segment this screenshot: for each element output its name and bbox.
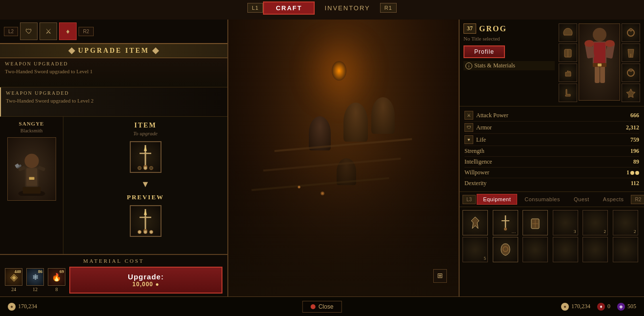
equip-trigger-r2[interactable]: R2: [631, 195, 644, 204]
tab-active-button[interactable]: ♦: [59, 22, 77, 40]
equip-slot-4[interactable]: 3: [553, 210, 578, 235]
preview-gem-1: [138, 230, 141, 234]
figure-3: [371, 97, 395, 134]
purple-currency-amount: 505: [627, 303, 636, 310]
helm-icon: [563, 27, 573, 38]
close-button[interactable]: Close: [302, 301, 342, 313]
inventory-tab-button[interactable]: INVENTORY: [315, 2, 380, 14]
left-gold-amount: 170,234: [18, 303, 37, 310]
trigger-r1-button[interactable]: R1: [380, 3, 397, 13]
tab-equipment[interactable]: Equipment: [477, 194, 517, 205]
equip-slot-5[interactable]: 2: [583, 210, 608, 235]
slot-item-icon-1: [468, 216, 482, 230]
equip-slot-11[interactable]: [583, 237, 608, 262]
svg-rect-26: [600, 66, 605, 83]
slot-count-4: 3: [574, 229, 576, 234]
material-icon-1: ◈ 440: [5, 268, 22, 286]
item-label: ITEM: [134, 122, 156, 129]
svg-rect-9: [29, 177, 34, 180]
preview-box: [130, 205, 161, 237]
equip-slot-10[interactable]: [553, 237, 578, 262]
equip-slot-7[interactable]: 5: [463, 237, 488, 262]
life-icon: ♥: [464, 135, 473, 144]
willpower-text: 1: [626, 169, 629, 176]
slot-item-icon-2: [499, 214, 512, 232]
slot-item-icon-8: [500, 243, 511, 256]
gloves-icon: [563, 67, 573, 78]
equip-slot-chest[interactable]: [559, 43, 577, 62]
equip-trigger-l3[interactable]: L3: [463, 195, 476, 204]
stat-value-intelligence: 89: [633, 158, 639, 166]
profile-button[interactable]: Profile: [463, 45, 505, 58]
left-equip-slots: [559, 23, 577, 102]
pants-icon: [626, 48, 636, 58]
stat-value-strength: 196: [630, 147, 639, 155]
equip-slot-helm[interactable]: [559, 23, 577, 42]
upgrade-header: UPGRADE ITEM: [0, 43, 227, 58]
tab-shield1-button[interactable]: 🛡: [20, 22, 38, 40]
map-button[interactable]: ⊞: [433, 269, 447, 283]
equip-slot-9[interactable]: [523, 237, 548, 262]
purple-currency: ◈ 505: [617, 303, 636, 311]
character-level: 37: [463, 23, 476, 34]
weapon-upgraded-section-1: WEAPON UPGRADED Two-Handed Sword upgrade…: [0, 58, 227, 87]
tab-sword-button[interactable]: ⚔: [40, 22, 57, 40]
blacksmith-figure: [12, 142, 51, 196]
svg-point-38: [504, 228, 507, 231]
equip-slot-ring1[interactable]: [622, 23, 640, 42]
craft-tab-button[interactable]: CRAFT: [263, 1, 315, 15]
equip-slot-ring2[interactable]: [622, 63, 640, 82]
svg-marker-13: [144, 145, 147, 151]
tab-consumables[interactable]: Consumables: [518, 194, 566, 205]
equip-slot-gloves[interactable]: [559, 63, 577, 82]
equip-slot-6[interactable]: 2: [613, 210, 638, 235]
equip-slot-1[interactable]: [463, 210, 488, 235]
craft-main-area: SANGYE Blacksmith: [0, 117, 227, 254]
stat-label-attack-power: ⚔ Attack Power: [464, 111, 508, 120]
material-owned-1: 24: [11, 287, 16, 292]
upgrade-title: UPGRADE ITEM: [78, 47, 149, 55]
trigger-l1-button[interactable]: L1: [247, 3, 263, 13]
game-background: ⊞: [228, 20, 459, 296]
equip-slot-boots[interactable]: [559, 84, 577, 102]
svg-marker-17: [144, 209, 147, 215]
weapon-upgraded-text-2: Two-Handed Sword upgraded to Level 2: [6, 97, 222, 105]
stat-row-dexterity: Dexterity 112: [464, 178, 639, 189]
stat-label-willpower: Willpower: [464, 169, 489, 176]
equip-slot-pants[interactable]: [622, 43, 640, 62]
gem-filled-1: [143, 166, 147, 170]
boots-icon: [563, 87, 573, 98]
equip-slot-2[interactable]: …: [493, 210, 518, 235]
tab-r2-button[interactable]: R2: [79, 27, 94, 36]
willpower-dot-2: [635, 171, 639, 175]
equip-slot-8[interactable]: [493, 237, 518, 262]
equip-slot-amulet[interactable]: [622, 84, 640, 102]
equip-slot-12[interactable]: [613, 237, 638, 262]
svg-rect-1: [22, 187, 40, 194]
tab-aspects[interactable]: Aspects: [597, 194, 630, 205]
diamond-right: [152, 47, 159, 54]
slot-count-2: …: [512, 229, 516, 234]
material-row: ◈ 440 24 ❄ 86 12 🔥 69 8: [5, 267, 222, 294]
stat-value-life: 759: [630, 136, 639, 144]
stat-value-willpower: 1: [626, 169, 639, 176]
upgrade-button[interactable]: Upgrade: 10,000 ●: [69, 267, 222, 294]
svg-point-4: [24, 154, 39, 168]
equip-slot-3[interactable]: [523, 210, 548, 235]
close-dot-icon: [311, 304, 316, 309]
weapon-upgraded-title-1: WEAPON UPGRADED: [5, 61, 222, 66]
item-gems: [138, 166, 153, 170]
tab-l2-button[interactable]: L2: [4, 27, 18, 36]
material-icon-2: ❄ 86: [26, 268, 44, 286]
preview-gems: [138, 230, 153, 234]
tab-quest[interactable]: Quest: [567, 194, 596, 205]
gold-icon-right: ●: [561, 303, 569, 311]
character-top-section: 37 GROG No Title selected Profile i Stat…: [460, 20, 644, 106]
stats-materials-label: Stats & Materials: [474, 62, 515, 69]
armor-icon: 🛡: [464, 123, 473, 132]
material-owned-3: 8: [56, 287, 58, 292]
right-gold-amount: 170,234: [571, 303, 590, 310]
item-box[interactable]: [130, 141, 161, 173]
ring2-icon: [626, 68, 636, 78]
preview-gem-2: [143, 230, 147, 234]
